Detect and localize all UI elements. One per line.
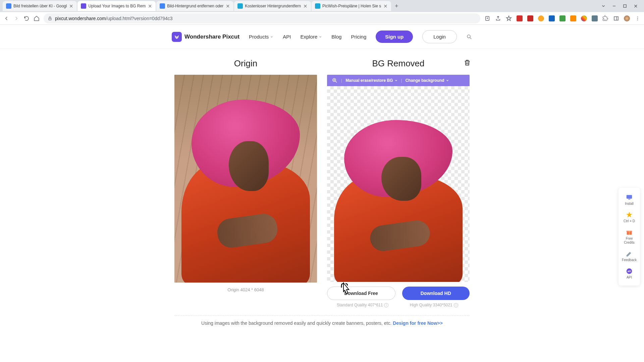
browser-tab[interactable]: Kostenloser Hintergrundentfern [234,1,311,11]
gift-icon [626,229,633,236]
extension-icon[interactable] [592,15,598,21]
pencil-icon [626,250,633,257]
origin-caption: Origin 4024 * 6048 [174,287,317,292]
nav-products[interactable]: Products [249,34,273,40]
favicon-icon [315,3,320,9]
result-image-wrap: | Manual erase/restore BG | Change backg… [327,75,470,282]
svg-point-7 [637,19,638,20]
divider [174,315,470,316]
tab-title: Kostenloser Hintergrundentfern [245,4,301,8]
reload-icon[interactable] [23,15,30,21]
minimize-icon[interactable] [612,4,616,8]
change-bg-button[interactable]: Change background [406,78,449,83]
svg-point-8 [467,35,470,38]
chevron-down-icon [446,79,449,82]
svg-point-5 [637,16,638,17]
new-tab-button[interactable]: + [392,1,401,11]
extensions-icon[interactable] [602,15,608,21]
svg-text:API: API [628,270,631,273]
browser-tab[interactable]: Bild-Hintergrund entfernen oder [156,1,233,11]
maximize-icon[interactable] [623,4,627,8]
install-icon[interactable] [484,15,490,21]
chevron-down-icon [394,79,398,82]
profile-avatar-icon[interactable] [624,15,630,21]
info-icon[interactable]: i [384,303,388,307]
download-free-caption: Standard Quality 407*611i [327,303,398,307]
svg-point-6 [637,18,638,18]
trash-icon[interactable] [464,59,471,66]
footer-text: Using images with the background removed… [174,320,470,326]
close-icon[interactable] [148,4,152,8]
star-icon [626,211,633,219]
nav-pricing[interactable]: Pricing [351,34,366,40]
chevron-down-icon [319,35,322,39]
logo-text: Wondershare Pixcut [184,34,239,40]
logo-mark-icon [172,32,182,42]
close-window-icon[interactable] [633,4,638,8]
extension-icon[interactable] [581,15,587,21]
bookmark-button[interactable]: Ctrl + D [619,208,640,226]
forward-icon[interactable] [13,15,19,21]
zoom-in-icon[interactable] [332,77,338,83]
logo[interactable]: Wondershare Pixcut [172,32,239,42]
browser-tab[interactable]: Bild freistellen über KI - Googl [3,1,77,11]
home-icon[interactable] [34,15,40,21]
install-button[interactable]: Install [619,191,640,208]
nav-api[interactable]: API [283,34,291,40]
svg-rect-3 [614,16,618,20]
login-button[interactable]: Login [422,30,457,43]
svg-rect-14 [629,231,630,235]
window-controls [601,4,641,8]
favicon-icon [81,3,86,9]
feedback-button[interactable]: Feedback [619,247,640,265]
menu-icon[interactable] [635,15,641,21]
url-bar[interactable]: pixcut.wondershare.com/upload.html?versi… [44,13,480,23]
search-icon[interactable] [466,34,472,40]
monitor-icon [626,194,633,201]
extension-icon[interactable] [570,15,576,21]
main-content: Origin Origin 4024 * 6048 BG Removed [0,49,644,333]
extension-icon[interactable] [538,15,544,21]
close-icon[interactable] [303,4,308,8]
close-icon[interactable] [225,4,230,8]
nav-explore[interactable]: Explore [301,34,322,40]
tab-title: Bild-Hintergrund entfernen oder [167,4,223,8]
free-credits-button[interactable]: FreeCredits [619,226,640,247]
api-button[interactable]: API API [619,265,640,282]
origin-panel: Origin Origin 4024 * 6048 [174,56,317,307]
result-card: Origin Origin 4024 * 6048 BG Removed [168,56,476,333]
star-icon[interactable] [506,15,512,21]
extension-icon[interactable] [549,15,555,21]
tab-title: Bild freistellen über KI - Googl [13,4,67,8]
extension-icon[interactable] [559,15,566,21]
tab-title: Upload Your Images to BG Rem [88,4,146,8]
extension-icon[interactable] [527,15,533,21]
extension-icon[interactable] [517,15,523,21]
svg-rect-0 [624,5,626,7]
toolbar-extensions [484,15,641,21]
browser-tab-active[interactable]: Upload Your Images to BG Rem [77,1,156,11]
api-icon: API [626,267,633,275]
chevron-down-icon[interactable] [601,4,606,8]
result-image [327,86,470,282]
back-icon[interactable] [3,15,9,21]
removed-panel: BG Removed | Manual erase/restore BG | C… [327,56,470,307]
nav-blog[interactable]: Blog [331,34,341,40]
close-icon[interactable] [383,4,388,8]
lock-icon [48,16,52,21]
close-icon[interactable] [69,4,73,8]
download-hd-button[interactable]: Download HD [402,287,470,300]
signup-button[interactable]: Sign up [376,31,413,43]
sidepanel-icon[interactable] [613,15,619,21]
origin-image [174,75,317,283]
tab-strip: Bild freistellen über KI - Googl Upload … [0,0,644,12]
browser-tab[interactable]: PicWish-Preispläne | Holen Sie s [312,1,391,11]
svg-rect-10 [627,195,632,199]
site-header: Wondershare Pixcut Products API Explore … [0,25,644,49]
browser-chrome: Bild freistellen über KI - Googl Upload … [0,0,644,25]
design-free-link[interactable]: Design for free Now>> [393,320,443,326]
info-icon[interactable]: i [454,303,458,307]
share-icon[interactable] [495,15,501,21]
download-free-button[interactable]: Download Free [327,287,395,300]
manual-erase-button[interactable]: Manual erase/restore BG [345,78,397,83]
